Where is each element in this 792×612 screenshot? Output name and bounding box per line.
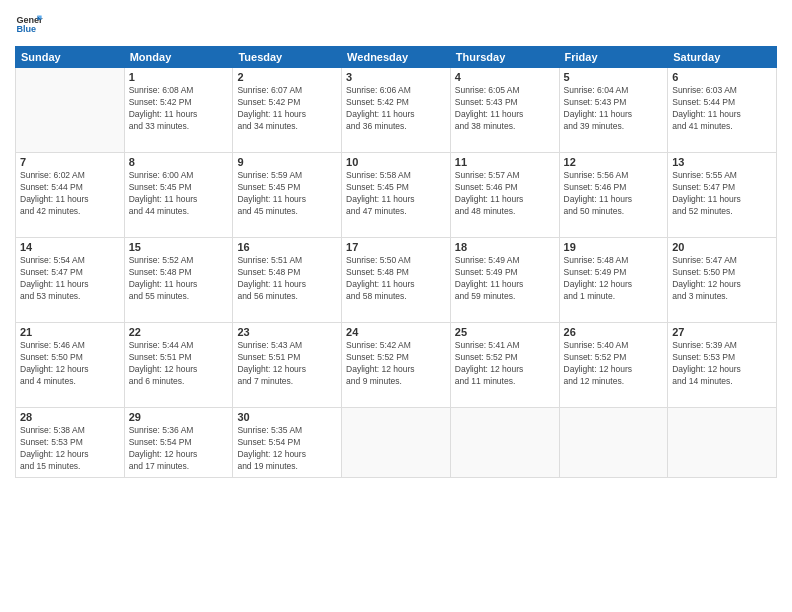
day-number: 5 (564, 71, 664, 83)
day-number: 8 (129, 156, 229, 168)
day-info: Sunrise: 5:49 AM Sunset: 5:49 PM Dayligh… (455, 255, 555, 303)
calendar-cell: 1Sunrise: 6:08 AM Sunset: 5:42 PM Daylig… (124, 68, 233, 153)
day-number: 17 (346, 241, 446, 253)
calendar-cell: 20Sunrise: 5:47 AM Sunset: 5:50 PM Dayli… (668, 238, 777, 323)
day-info: Sunrise: 5:47 AM Sunset: 5:50 PM Dayligh… (672, 255, 772, 303)
calendar-cell: 29Sunrise: 5:36 AM Sunset: 5:54 PM Dayli… (124, 408, 233, 478)
calendar-cell: 23Sunrise: 5:43 AM Sunset: 5:51 PM Dayli… (233, 323, 342, 408)
day-info: Sunrise: 5:48 AM Sunset: 5:49 PM Dayligh… (564, 255, 664, 303)
day-number: 2 (237, 71, 337, 83)
calendar-cell: 26Sunrise: 5:40 AM Sunset: 5:52 PM Dayli… (559, 323, 668, 408)
calendar-cell: 2Sunrise: 6:07 AM Sunset: 5:42 PM Daylig… (233, 68, 342, 153)
day-info: Sunrise: 5:50 AM Sunset: 5:48 PM Dayligh… (346, 255, 446, 303)
day-info: Sunrise: 6:04 AM Sunset: 5:43 PM Dayligh… (564, 85, 664, 133)
calendar-cell: 14Sunrise: 5:54 AM Sunset: 5:47 PM Dayli… (16, 238, 125, 323)
day-info: Sunrise: 5:35 AM Sunset: 5:54 PM Dayligh… (237, 425, 337, 473)
calendar-cell: 21Sunrise: 5:46 AM Sunset: 5:50 PM Dayli… (16, 323, 125, 408)
calendar-header: SundayMondayTuesdayWednesdayThursdayFrid… (16, 47, 777, 68)
day-number: 25 (455, 326, 555, 338)
calendar-cell: 25Sunrise: 5:41 AM Sunset: 5:52 PM Dayli… (450, 323, 559, 408)
calendar-cell: 28Sunrise: 5:38 AM Sunset: 5:53 PM Dayli… (16, 408, 125, 478)
calendar-cell (668, 408, 777, 478)
day-info: Sunrise: 5:41 AM Sunset: 5:52 PM Dayligh… (455, 340, 555, 388)
calendar-cell: 18Sunrise: 5:49 AM Sunset: 5:49 PM Dayli… (450, 238, 559, 323)
calendar-table: SundayMondayTuesdayWednesdayThursdayFrid… (15, 46, 777, 478)
day-info: Sunrise: 5:55 AM Sunset: 5:47 PM Dayligh… (672, 170, 772, 218)
day-info: Sunrise: 5:57 AM Sunset: 5:46 PM Dayligh… (455, 170, 555, 218)
day-number: 29 (129, 411, 229, 423)
day-number: 18 (455, 241, 555, 253)
day-header-sunday: Sunday (16, 47, 125, 68)
calendar-body: 1Sunrise: 6:08 AM Sunset: 5:42 PM Daylig… (16, 68, 777, 478)
day-header-tuesday: Tuesday (233, 47, 342, 68)
day-header-thursday: Thursday (450, 47, 559, 68)
day-number: 15 (129, 241, 229, 253)
logo-icon: General Blue (15, 10, 43, 38)
day-number: 1 (129, 71, 229, 83)
day-number: 23 (237, 326, 337, 338)
calendar-week-4: 21Sunrise: 5:46 AM Sunset: 5:50 PM Dayli… (16, 323, 777, 408)
day-info: Sunrise: 5:43 AM Sunset: 5:51 PM Dayligh… (237, 340, 337, 388)
day-header-saturday: Saturday (668, 47, 777, 68)
calendar-cell: 4Sunrise: 6:05 AM Sunset: 5:43 PM Daylig… (450, 68, 559, 153)
day-info: Sunrise: 5:40 AM Sunset: 5:52 PM Dayligh… (564, 340, 664, 388)
calendar-cell: 3Sunrise: 6:06 AM Sunset: 5:42 PM Daylig… (342, 68, 451, 153)
calendar-cell: 24Sunrise: 5:42 AM Sunset: 5:52 PM Dayli… (342, 323, 451, 408)
day-info: Sunrise: 5:54 AM Sunset: 5:47 PM Dayligh… (20, 255, 120, 303)
day-number: 28 (20, 411, 120, 423)
day-header-friday: Friday (559, 47, 668, 68)
calendar-cell (342, 408, 451, 478)
day-number: 20 (672, 241, 772, 253)
day-info: Sunrise: 5:36 AM Sunset: 5:54 PM Dayligh… (129, 425, 229, 473)
day-info: Sunrise: 6:06 AM Sunset: 5:42 PM Dayligh… (346, 85, 446, 133)
calendar-cell: 13Sunrise: 5:55 AM Sunset: 5:47 PM Dayli… (668, 153, 777, 238)
day-number: 7 (20, 156, 120, 168)
calendar-cell: 11Sunrise: 5:57 AM Sunset: 5:46 PM Dayli… (450, 153, 559, 238)
calendar-cell (450, 408, 559, 478)
day-number: 14 (20, 241, 120, 253)
calendar-cell: 17Sunrise: 5:50 AM Sunset: 5:48 PM Dayli… (342, 238, 451, 323)
day-number: 3 (346, 71, 446, 83)
calendar-cell: 5Sunrise: 6:04 AM Sunset: 5:43 PM Daylig… (559, 68, 668, 153)
calendar-cell: 30Sunrise: 5:35 AM Sunset: 5:54 PM Dayli… (233, 408, 342, 478)
day-info: Sunrise: 6:02 AM Sunset: 5:44 PM Dayligh… (20, 170, 120, 218)
day-info: Sunrise: 6:08 AM Sunset: 5:42 PM Dayligh… (129, 85, 229, 133)
header: General Blue (15, 10, 777, 38)
header-row: SundayMondayTuesdayWednesdayThursdayFrid… (16, 47, 777, 68)
day-number: 4 (455, 71, 555, 83)
calendar-cell: 27Sunrise: 5:39 AM Sunset: 5:53 PM Dayli… (668, 323, 777, 408)
calendar-cell: 19Sunrise: 5:48 AM Sunset: 5:49 PM Dayli… (559, 238, 668, 323)
calendar-cell: 15Sunrise: 5:52 AM Sunset: 5:48 PM Dayli… (124, 238, 233, 323)
day-number: 27 (672, 326, 772, 338)
day-info: Sunrise: 5:58 AM Sunset: 5:45 PM Dayligh… (346, 170, 446, 218)
day-number: 11 (455, 156, 555, 168)
calendar-cell: 16Sunrise: 5:51 AM Sunset: 5:48 PM Dayli… (233, 238, 342, 323)
day-info: Sunrise: 6:03 AM Sunset: 5:44 PM Dayligh… (672, 85, 772, 133)
calendar-cell: 10Sunrise: 5:58 AM Sunset: 5:45 PM Dayli… (342, 153, 451, 238)
day-info: Sunrise: 5:39 AM Sunset: 5:53 PM Dayligh… (672, 340, 772, 388)
calendar-cell: 22Sunrise: 5:44 AM Sunset: 5:51 PM Dayli… (124, 323, 233, 408)
page: General Blue SundayMondayTuesdayWednesda… (0, 0, 792, 612)
calendar-cell (16, 68, 125, 153)
day-number: 30 (237, 411, 337, 423)
day-number: 24 (346, 326, 446, 338)
day-number: 13 (672, 156, 772, 168)
day-info: Sunrise: 5:51 AM Sunset: 5:48 PM Dayligh… (237, 255, 337, 303)
logo: General Blue (15, 10, 43, 38)
calendar-cell: 12Sunrise: 5:56 AM Sunset: 5:46 PM Dayli… (559, 153, 668, 238)
day-header-wednesday: Wednesday (342, 47, 451, 68)
calendar-week-5: 28Sunrise: 5:38 AM Sunset: 5:53 PM Dayli… (16, 408, 777, 478)
calendar-cell (559, 408, 668, 478)
day-info: Sunrise: 6:00 AM Sunset: 5:45 PM Dayligh… (129, 170, 229, 218)
day-number: 9 (237, 156, 337, 168)
day-info: Sunrise: 5:44 AM Sunset: 5:51 PM Dayligh… (129, 340, 229, 388)
day-info: Sunrise: 5:38 AM Sunset: 5:53 PM Dayligh… (20, 425, 120, 473)
calendar-week-3: 14Sunrise: 5:54 AM Sunset: 5:47 PM Dayli… (16, 238, 777, 323)
day-number: 12 (564, 156, 664, 168)
day-info: Sunrise: 6:05 AM Sunset: 5:43 PM Dayligh… (455, 85, 555, 133)
calendar-week-2: 7Sunrise: 6:02 AM Sunset: 5:44 PM Daylig… (16, 153, 777, 238)
day-info: Sunrise: 5:59 AM Sunset: 5:45 PM Dayligh… (237, 170, 337, 218)
calendar-cell: 7Sunrise: 6:02 AM Sunset: 5:44 PM Daylig… (16, 153, 125, 238)
day-info: Sunrise: 5:56 AM Sunset: 5:46 PM Dayligh… (564, 170, 664, 218)
day-info: Sunrise: 5:52 AM Sunset: 5:48 PM Dayligh… (129, 255, 229, 303)
